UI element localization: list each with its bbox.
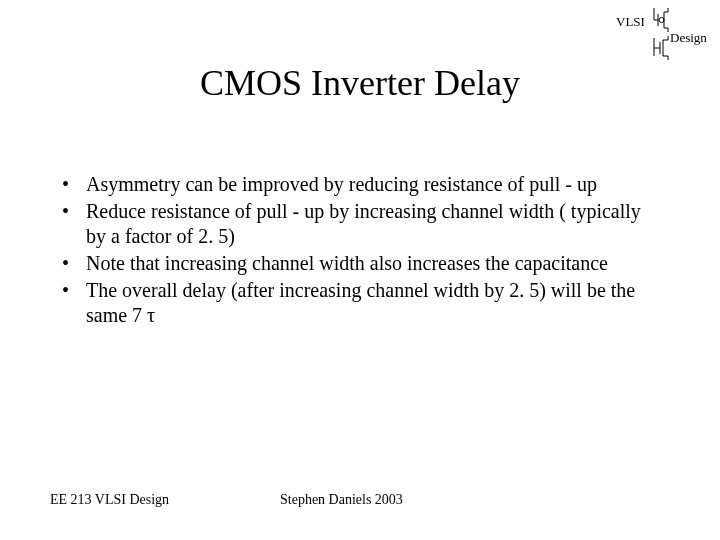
footer: EE 213 VLSI Design Stephen Daniels 2003 [50, 488, 670, 512]
svg-point-3 [659, 18, 664, 23]
bullet-marker: • [62, 278, 86, 303]
bullet-list: • Asymmetry can be improved by reducing … [62, 172, 662, 330]
bullet-marker: • [62, 199, 86, 224]
header-vlsi-label: VLSI [616, 14, 645, 30]
bullet-text: Asymmetry can be improved by reducing re… [86, 172, 597, 197]
list-item: • The overall delay (after increasing ch… [62, 278, 662, 328]
bullet-marker: • [62, 251, 86, 276]
list-item: • Asymmetry can be improved by reducing … [62, 172, 662, 197]
header-design-label: Design [670, 30, 707, 46]
bullet-text: Reduce resistance of pull - up by increa… [86, 199, 662, 249]
bullet-marker: • [62, 172, 86, 197]
footer-author: Stephen Daniels 2003 [270, 492, 670, 508]
list-item: • Note that increasing channel width als… [62, 251, 662, 276]
bullet-text: The overall delay (after increasing chan… [86, 278, 662, 328]
footer-course: EE 213 VLSI Design [50, 492, 270, 508]
slide-title: CMOS Inverter Delay [0, 62, 720, 104]
header-logo: VLSI Design [568, 8, 708, 62]
list-item: • Reduce resistance of pull - up by incr… [62, 199, 662, 249]
bullet-text: Note that increasing channel width also … [86, 251, 608, 276]
